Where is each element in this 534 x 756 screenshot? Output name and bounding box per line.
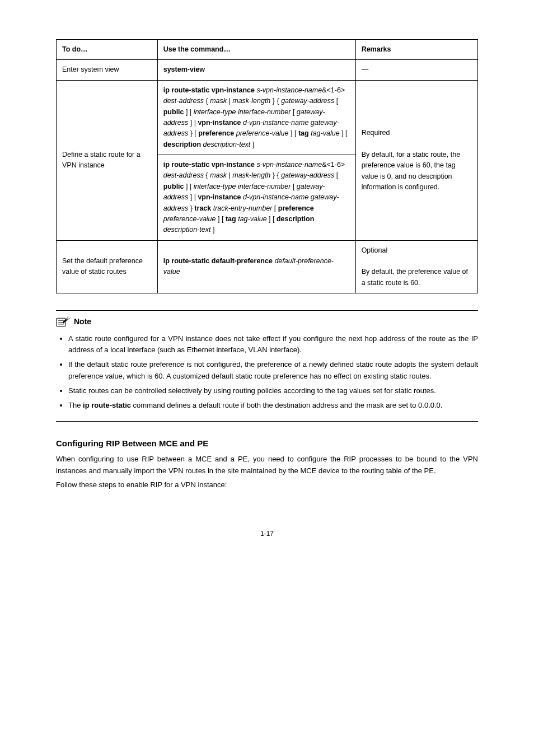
th-command: Use the command… [157, 40, 355, 60]
remarks-lead: Optional [362, 246, 388, 254]
th-todo: To do… [57, 40, 158, 60]
cell-remarks: Required By default, for a static route,… [355, 80, 477, 240]
cell-todo: Define a static route for a VPN instance [57, 80, 158, 240]
list-item: If the default static route preference i… [68, 359, 478, 381]
cell-todo: Enter system view [57, 60, 158, 80]
divider [56, 421, 478, 422]
divider [56, 310, 478, 311]
note-label: Note [74, 317, 91, 326]
cell-command: ip route-static default-preference defau… [157, 240, 355, 293]
cmd-text: system-view [163, 66, 205, 73]
table-row: Enter system view system-view — [57, 60, 478, 80]
cell-remarks: — [355, 60, 477, 80]
table-header-row: To do… Use the command… Remarks [57, 40, 478, 60]
note-list: A static route configured for a VPN inst… [56, 333, 478, 411]
cell-remarks: Optional By default, the preference valu… [355, 240, 477, 293]
remarks-lead: Required [362, 129, 390, 137]
note-icon [56, 315, 71, 328]
list-item: The ip route-static command defines a de… [68, 400, 478, 411]
table-row: Define a static route for a VPN instance… [57, 80, 478, 155]
paragraph: When configuring to use RIP between a MC… [56, 454, 478, 477]
cell-todo: Set the default preference value of stat… [57, 240, 158, 293]
list-item: Static routes can be controlled selectiv… [68, 385, 478, 396]
section-title: Configuring RIP Between MCE and PE [56, 438, 478, 448]
remarks-body: By default, for a static route, the pref… [362, 151, 460, 191]
table-row: Set the default preference value of stat… [57, 240, 478, 293]
remarks-body: By default, the preference value of a st… [362, 268, 468, 286]
th-remarks: Remarks [355, 40, 477, 60]
note-header: Note [56, 315, 478, 328]
cell-command: ip route-static vpn-instance s-vpn-insta… [157, 155, 355, 241]
paragraph: Follow these steps to enable RIP for a V… [56, 479, 478, 491]
config-table: To do… Use the command… Remarks Enter sy… [56, 39, 478, 293]
cell-command: ip route-static vpn-instance s-vpn-insta… [157, 80, 355, 155]
list-item: A static route configured for a VPN inst… [68, 333, 478, 356]
page-number: 1-17 [56, 530, 478, 538]
cell-command: system-view [157, 60, 355, 80]
